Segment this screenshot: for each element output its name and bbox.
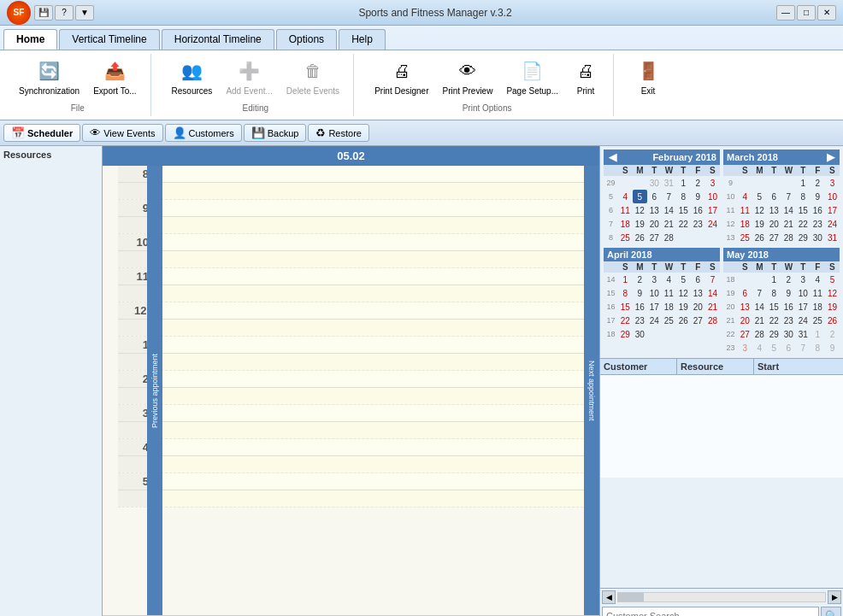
- time-cell[interactable]: [162, 285, 587, 302]
- cal-day[interactable]: 1: [618, 273, 633, 286]
- cal-day[interactable]: 28: [752, 327, 767, 341]
- cal-day[interactable]: 29: [767, 327, 781, 341]
- cal-day[interactable]: 17: [796, 300, 811, 314]
- cal-day[interactable]: 1: [676, 176, 691, 190]
- cal-day[interactable]: 5: [767, 341, 781, 355]
- sync-button[interactable]: 🔄 Synchronization: [14, 54, 85, 100]
- cal-day[interactable]: 25: [662, 314, 676, 327]
- cal-day[interactable]: 3: [738, 341, 752, 355]
- cal-day[interactable]: 1: [811, 327, 825, 341]
- cal-day[interactable]: 17: [705, 203, 720, 217]
- cal-day[interactable]: 2: [811, 176, 825, 190]
- cal-day[interactable]: 21: [705, 300, 720, 314]
- cal-day[interactable]: 6: [691, 273, 705, 286]
- restore-tab[interactable]: ♻ Restore: [308, 124, 369, 142]
- cal-day[interactable]: 25: [738, 231, 752, 244]
- cal-day[interactable]: 22: [767, 314, 781, 327]
- time-cell[interactable]: [162, 217, 587, 233]
- cal-day[interactable]: 10: [647, 286, 662, 300]
- cal-day[interactable]: 12: [676, 286, 691, 300]
- time-cell[interactable]: [162, 200, 587, 216]
- cal-day[interactable]: 30: [647, 176, 662, 190]
- cal-day[interactable]: 3: [825, 176, 840, 190]
- cal-day[interactable]: 14: [662, 203, 676, 217]
- cal-day[interactable]: 9: [691, 190, 705, 203]
- customers-tab[interactable]: 👤 Customers: [165, 124, 242, 142]
- cal-day[interactable]: 3: [647, 273, 662, 286]
- cal-day[interactable]: 9: [825, 341, 840, 355]
- cal-day[interactable]: 27: [691, 314, 705, 327]
- cal-day[interactable]: 15: [796, 203, 811, 217]
- cal-day[interactable]: 22: [796, 217, 811, 231]
- cal-day[interactable]: 23: [781, 314, 796, 327]
- cal-day[interactable]: 20: [691, 300, 705, 314]
- cal-day[interactable]: 28: [781, 231, 796, 244]
- time-cell[interactable]: [162, 388, 587, 404]
- time-cell[interactable]: [162, 354, 587, 370]
- cal-day[interactable]: 26: [825, 314, 840, 327]
- cal-day[interactable]: 29: [618, 327, 633, 341]
- export-button[interactable]: 📤 Export To...: [88, 54, 141, 100]
- time-cell[interactable]: [162, 337, 587, 353]
- cal-next-btn[interactable]: ▶: [825, 151, 836, 163]
- cal-day[interactable]: 26: [752, 231, 767, 244]
- cal-day[interactable]: 6: [781, 341, 796, 355]
- cal-day[interactable]: 10: [825, 190, 840, 203]
- cal-day[interactable]: 7: [705, 273, 720, 286]
- cal-day[interactable]: 8: [767, 286, 781, 300]
- cal-day[interactable]: 2: [691, 176, 705, 190]
- cal-day[interactable]: 4: [738, 190, 752, 203]
- cal-day[interactable]: 19: [825, 300, 840, 314]
- cal-day[interactable]: 15: [767, 300, 781, 314]
- cal-day[interactable]: 20: [738, 314, 752, 327]
- cal-day[interactable]: 20: [647, 217, 662, 231]
- cal-day[interactable]: 30: [781, 327, 796, 341]
- cal-day[interactable]: 24: [647, 314, 662, 327]
- cal-day[interactable]: 16: [691, 203, 705, 217]
- cal-day[interactable]: 23: [691, 217, 705, 231]
- cal-day[interactable]: 13: [738, 300, 752, 314]
- view-events-tab[interactable]: 👁 View Events: [82, 124, 162, 142]
- cal-day[interactable]: 13: [767, 203, 781, 217]
- cal-day[interactable]: 28: [705, 314, 720, 327]
- cal-day[interactable]: 21: [662, 217, 676, 231]
- cal-day[interactable]: 1: [796, 176, 811, 190]
- cal-day[interactable]: 7: [796, 341, 811, 355]
- right-scroll-track[interactable]: [617, 592, 826, 602]
- cal-day[interactable]: 18: [618, 217, 633, 231]
- cal-day[interactable]: 8: [811, 341, 825, 355]
- time-cell[interactable]: [162, 320, 587, 336]
- close-btn[interactable]: ✕: [817, 5, 836, 21]
- cal-day[interactable]: 21: [752, 314, 767, 327]
- cal-day[interactable]: 31: [796, 327, 811, 341]
- cal-day[interactable]: 27: [647, 231, 662, 244]
- cal-day[interactable]: 4: [811, 273, 825, 286]
- customer-search-input[interactable]: [602, 607, 819, 616]
- cal-day[interactable]: 6: [767, 190, 781, 203]
- time-cell[interactable]: [162, 302, 587, 319]
- cal-day[interactable]: 8: [796, 190, 811, 203]
- cal-day[interactable]: 18: [811, 300, 825, 314]
- cal-day[interactable]: 2: [781, 273, 796, 286]
- cal-day[interactable]: 7: [662, 190, 676, 203]
- cal-day[interactable]: 22: [618, 314, 633, 327]
- cal-day[interactable]: 1: [767, 273, 781, 286]
- print-preview-button[interactable]: 👁 Print Preview: [437, 54, 498, 100]
- cal-day[interactable]: 16: [811, 203, 825, 217]
- cal-day[interactable]: 4: [662, 273, 676, 286]
- cal-day[interactable]: 24: [705, 217, 720, 231]
- cal-day[interactable]: 25: [618, 231, 633, 244]
- cal-day[interactable]: 16: [781, 300, 796, 314]
- cal-day[interactable]: 14: [752, 300, 767, 314]
- cal-day[interactable]: 9: [811, 190, 825, 203]
- cal-day[interactable]: 11: [738, 203, 752, 217]
- cal-day[interactable]: 26: [633, 231, 647, 244]
- time-cell[interactable]: [162, 439, 587, 455]
- cal-day[interactable]: 29: [796, 231, 811, 244]
- cal-day[interactable]: 26: [676, 314, 691, 327]
- cal-day[interactable]: 27: [738, 327, 752, 341]
- cal-day[interactable]: 7: [752, 286, 767, 300]
- time-cell[interactable]: [162, 183, 587, 199]
- cal-day[interactable]: 23: [811, 217, 825, 231]
- cal-day[interactable]: 16: [633, 300, 647, 314]
